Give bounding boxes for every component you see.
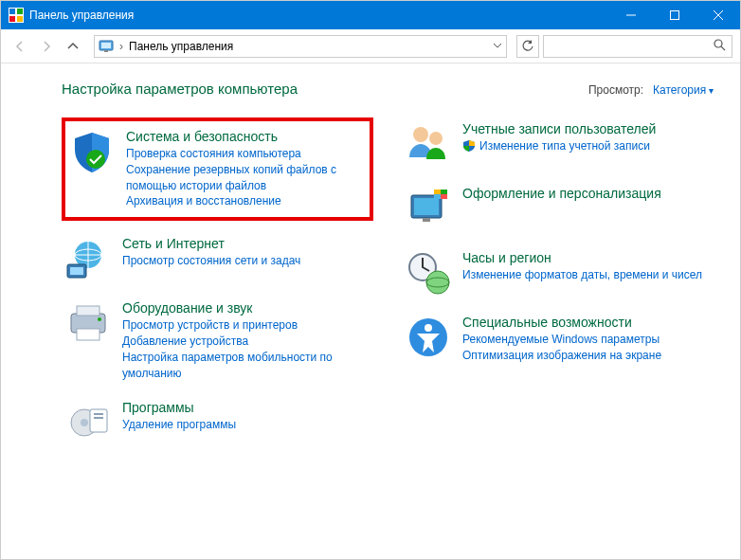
svg-rect-10 bbox=[104, 50, 108, 52]
svg-rect-26 bbox=[94, 417, 103, 419]
svg-rect-1 bbox=[17, 9, 23, 14]
address-dropdown-icon[interactable] bbox=[493, 40, 502, 53]
category-programs: Программы Удаление программы bbox=[62, 396, 373, 449]
shield-icon bbox=[69, 129, 115, 174]
svg-rect-2 bbox=[9, 16, 15, 22]
category-link[interactable]: Просмотр устройств и принтеров bbox=[122, 317, 370, 334]
svg-line-12 bbox=[721, 46, 725, 50]
category-title[interactable]: Часы и регион bbox=[462, 250, 710, 265]
category-title[interactable]: Система и безопасность bbox=[126, 129, 366, 144]
view-dropdown[interactable]: Категория bbox=[653, 83, 714, 97]
svg-point-11 bbox=[714, 40, 722, 47]
category-accounts: Учетные записи пользователей Изменение т… bbox=[402, 117, 714, 171]
category-title[interactable]: Учетные записи пользователей bbox=[462, 121, 710, 136]
category-link[interactable]: Архивация и восстановление bbox=[126, 193, 366, 209]
category-personalization: Оформление и персонализация bbox=[402, 182, 714, 235]
category-link[interactable]: Рекомендуемые Windows параметры bbox=[462, 332, 710, 348]
close-button[interactable] bbox=[696, 1, 740, 29]
search-icon bbox=[713, 38, 726, 55]
svg-rect-17 bbox=[70, 267, 83, 275]
breadcrumb-location[interactable]: Панель управления bbox=[129, 40, 233, 53]
category-network: Сеть и Интернет Просмотр состояния сети … bbox=[62, 232, 373, 285]
svg-rect-0 bbox=[9, 9, 15, 14]
window-title: Панель управления bbox=[29, 9, 134, 22]
maximize-button[interactable] bbox=[653, 1, 696, 29]
svg-rect-24 bbox=[90, 409, 107, 432]
svg-rect-30 bbox=[414, 198, 439, 215]
navigation-bar: › Панель управления bbox=[1, 29, 740, 63]
svg-rect-35 bbox=[434, 194, 441, 199]
category-title[interactable]: Оборудование и звук bbox=[122, 300, 370, 316]
category-ease-of-access: Специальные возможности Рекомендуемые Wi… bbox=[402, 311, 714, 368]
up-button[interactable] bbox=[62, 35, 84, 58]
category-title[interactable]: Сеть и Интернет bbox=[122, 236, 370, 251]
category-title[interactable]: Специальные возможности bbox=[462, 315, 710, 330]
svg-rect-19 bbox=[77, 306, 99, 316]
category-link[interactable]: Проверка состояния компьютера bbox=[126, 146, 366, 162]
svg-point-23 bbox=[81, 419, 88, 426]
category-link[interactable]: Добавление устройства bbox=[122, 334, 370, 350]
category-hardware: Оборудование и звук Просмотр устройств и… bbox=[62, 297, 373, 385]
svg-point-40 bbox=[425, 324, 432, 332]
content-area: Настройка параметров компьютера Просмотр… bbox=[1, 63, 740, 449]
svg-rect-3 bbox=[17, 16, 23, 22]
view-label: Просмотр: bbox=[588, 83, 643, 97]
uac-shield-icon bbox=[462, 139, 476, 153]
ease-of-access-icon bbox=[406, 315, 451, 360]
svg-rect-20 bbox=[77, 329, 99, 340]
svg-rect-31 bbox=[423, 218, 430, 222]
svg-rect-5 bbox=[671, 11, 679, 20]
category-clock-region: Часы и регион Изменение форматов даты, в… bbox=[402, 246, 714, 299]
printer-icon bbox=[65, 300, 111, 346]
category-link[interactable]: Сохранение резервных копий файлов с помо… bbox=[126, 162, 366, 194]
page-title: Настройка параметров компьютера bbox=[62, 81, 298, 97]
personalization-icon bbox=[406, 186, 451, 231]
svg-rect-9 bbox=[101, 43, 111, 48]
minimize-button[interactable] bbox=[609, 1, 653, 29]
category-link[interactable]: Изменение форматов даты, времени и чисел bbox=[462, 267, 710, 283]
breadcrumb-separator-icon: › bbox=[119, 40, 123, 53]
programs-icon bbox=[65, 400, 111, 445]
search-input[interactable] bbox=[543, 35, 732, 58]
svg-point-21 bbox=[98, 317, 101, 321]
svg-point-37 bbox=[426, 271, 449, 294]
svg-point-28 bbox=[429, 132, 443, 145]
forward-button[interactable] bbox=[35, 35, 58, 58]
network-icon bbox=[65, 236, 111, 281]
category-link[interactable]: Просмотр состояния сети и задач bbox=[122, 253, 370, 269]
svg-rect-25 bbox=[94, 413, 103, 415]
category-link[interactable]: Настройка параметров мобильности по умол… bbox=[122, 350, 370, 382]
svg-point-13 bbox=[86, 150, 105, 169]
svg-rect-33 bbox=[434, 190, 441, 194]
category-title[interactable]: Оформление и персонализация bbox=[462, 186, 710, 201]
category-link[interactable]: Удаление программы bbox=[122, 417, 370, 433]
category-title[interactable]: Программы bbox=[122, 400, 370, 415]
clock-icon bbox=[406, 250, 451, 296]
titlebar: Панель управления bbox=[1, 1, 740, 29]
address-bar[interactable]: › Панель управления bbox=[94, 35, 507, 58]
control-panel-icon bbox=[99, 39, 114, 54]
svg-point-27 bbox=[413, 127, 428, 142]
refresh-button[interactable] bbox=[516, 35, 539, 58]
control-panel-app-icon bbox=[9, 8, 24, 23]
category-link[interactable]: Изменение типа учетной записи bbox=[479, 138, 650, 154]
svg-rect-34 bbox=[441, 190, 447, 194]
users-icon bbox=[406, 121, 451, 167]
category-system-security: Система и безопасность Проверка состояни… bbox=[62, 117, 373, 221]
category-link[interactable]: Оптимизация изображения на экране bbox=[462, 348, 710, 364]
back-button[interactable] bbox=[9, 35, 31, 58]
